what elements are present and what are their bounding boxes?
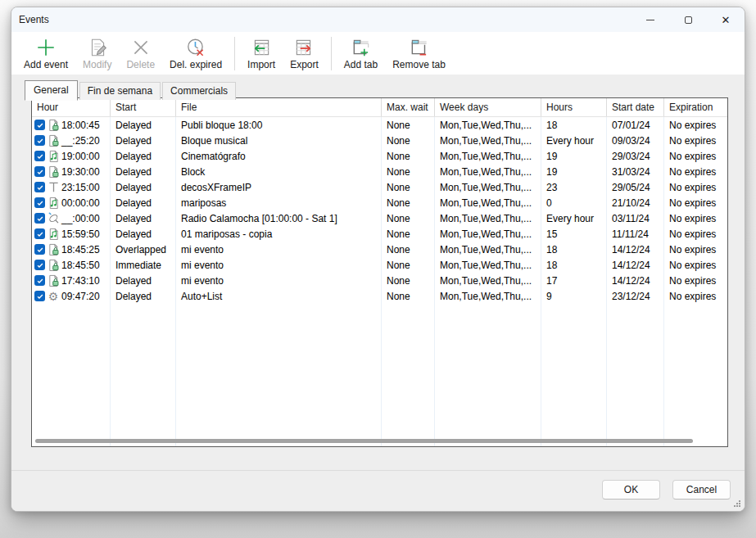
hours-value: 15	[541, 228, 607, 240]
events-table: Hour Start File Max. wait Week days Hour…	[31, 97, 728, 447]
table-row[interactable]: __:00:00 Delayed Radio Calamocha [01:00:…	[32, 210, 727, 226]
start-mode: Delayed	[111, 291, 176, 302]
row-checkbox[interactable]	[34, 260, 45, 270]
events-dialog: Events ✕ Add event Modify Delete	[11, 7, 745, 512]
table-row[interactable]: 18:00:45 Delayed Publi bloque 18:00 None…	[32, 117, 727, 133]
tab-commercials[interactable]: Commercials	[162, 82, 236, 100]
resize-grip[interactable]	[734, 500, 740, 507]
modify-button[interactable]: Modify	[75, 34, 119, 73]
column-header-expiration[interactable]: Expiration	[664, 98, 727, 116]
row-checkbox[interactable]	[34, 166, 45, 177]
add-event-button[interactable]: Add event	[16, 34, 75, 73]
delete-icon	[130, 37, 152, 58]
max-wait: None	[382, 291, 435, 302]
hour-value: 09:47:20	[61, 291, 100, 302]
max-wait: None	[382, 244, 435, 255]
column-header-start-date[interactable]: Start date	[607, 98, 664, 116]
week-days: Mon,Tue,Wed,Thu,...	[435, 151, 541, 162]
row-checkbox[interactable]	[34, 275, 45, 286]
table-row[interactable]: 19:00:00 Delayed Cinematógrafo None Mon,…	[32, 148, 727, 164]
expiration: No expires	[664, 260, 727, 271]
cancel-button[interactable]: Cancel	[672, 480, 731, 500]
start-mode: Delayed	[111, 120, 176, 131]
row-checkbox[interactable]	[34, 213, 45, 224]
remove-tab-icon	[409, 37, 430, 58]
start-date: 09/03/24	[607, 135, 664, 147]
expiration: No expires	[664, 182, 727, 193]
tab-general[interactable]: General	[25, 80, 78, 101]
add-tab-icon	[351, 37, 372, 58]
expiration: No expires	[664, 213, 727, 224]
hours-value: 17	[541, 275, 607, 287]
week-days: Mon,Tue,Wed,Thu,...	[435, 228, 541, 240]
column-header-max-wait[interactable]: Max. wait	[382, 98, 435, 116]
close-button[interactable]: ✕	[707, 7, 745, 32]
hour-value: 23:15:00	[61, 182, 100, 193]
start-date: 31/03/24	[607, 166, 664, 178]
table-row[interactable]: ⚙ 09:47:20 Delayed Auto+List None Mon,Tu…	[32, 288, 727, 304]
row-checkbox[interactable]	[34, 151, 45, 161]
file-name: mi evento	[176, 275, 382, 287]
music-file-icon	[47, 228, 60, 241]
start-date: 11/11/24	[607, 228, 664, 240]
column-header-file[interactable]: File	[176, 98, 382, 116]
import-button[interactable]: Import	[240, 34, 283, 73]
table-row[interactable]: __:25:20 Delayed Bloque musical None Mon…	[32, 133, 727, 148]
table-row[interactable]: 15:59:50 Delayed 01 mariposas - copia No…	[32, 226, 727, 242]
column-header-hours[interactable]: Hours	[541, 98, 607, 116]
row-checkbox[interactable]	[34, 182, 45, 192]
minimize-button[interactable]	[632, 7, 669, 32]
max-wait: None	[382, 182, 435, 193]
hours-value: 18	[541, 120, 607, 131]
remove-tab-button[interactable]: Remove tab	[385, 34, 453, 73]
scrollbar-thumb[interactable]	[35, 439, 693, 443]
week-days: Mon,Tue,Wed,Thu,...	[435, 291, 541, 302]
row-checkbox[interactable]	[34, 244, 45, 255]
horizontal-scrollbar[interactable]	[34, 438, 726, 445]
hour-value: __:25:20	[61, 135, 100, 147]
table-row[interactable]: 18:45:25 Overlapped mi evento None Mon,T…	[32, 242, 727, 257]
column-header-week-days[interactable]: Week days	[435, 98, 541, 116]
row-checkbox[interactable]	[34, 197, 45, 208]
export-button[interactable]: Export	[283, 34, 326, 73]
add-tab-button[interactable]: Add tab	[337, 34, 385, 73]
table-row[interactable]: 17:43:10 Delayed mi evento None Mon,Tue,…	[32, 273, 727, 288]
start-mode: Delayed	[111, 228, 176, 240]
row-checkbox[interactable]	[34, 228, 45, 239]
file-name: Publi bloque 18:00	[176, 120, 382, 131]
hours-value: 0	[541, 197, 607, 209]
delete-button[interactable]: Delete	[119, 34, 162, 73]
hours-value: 19	[541, 166, 607, 178]
file-name: 01 mariposas - copia	[176, 228, 382, 240]
ok-button[interactable]: OK	[602, 480, 660, 500]
file-name: mi evento	[176, 244, 382, 255]
table-row[interactable]: 18:45:50 Immediate mi evento None Mon,Tu…	[32, 257, 727, 273]
start-mode: Delayed	[111, 213, 176, 224]
max-wait: None	[382, 197, 435, 209]
t-marker-icon	[47, 181, 60, 194]
titlebar: Events ✕	[11, 7, 745, 32]
week-days: Mon,Tue,Wed,Thu,...	[435, 182, 541, 193]
delete-expired-button[interactable]: Del. expired	[162, 34, 229, 73]
start-mode: Delayed	[111, 197, 176, 209]
table-row[interactable]: 19:30:00 Delayed Block None Mon,Tue,Wed,…	[32, 164, 727, 179]
table-row[interactable]: 00:00:00 Delayed mariposas None Mon,Tue,…	[32, 195, 727, 210]
tab-fin-de-semana[interactable]: Fin de semana	[79, 82, 161, 100]
maximize-button[interactable]	[669, 7, 707, 32]
start-date: 03/11/24	[607, 213, 664, 224]
satellite-icon	[47, 212, 60, 225]
week-days: Mon,Tue,Wed,Thu,...	[435, 197, 541, 209]
hours-value: 9	[541, 291, 607, 302]
start-date: 14/12/24	[607, 260, 664, 271]
close-icon: ✕	[722, 15, 731, 25]
maximize-icon	[685, 16, 692, 24]
row-checkbox[interactable]	[34, 135, 45, 146]
table-body: 18:00:45 Delayed Publi bloque 18:00 None…	[32, 117, 727, 446]
table-row[interactable]: 23:15:00 Delayed decosXFrameIP None Mon,…	[32, 179, 727, 195]
week-days: Mon,Tue,Wed,Thu,...	[435, 166, 541, 178]
column-header-hour[interactable]: Hour	[32, 98, 111, 116]
column-header-start[interactable]: Start	[111, 98, 176, 116]
row-checkbox[interactable]	[34, 291, 45, 301]
row-checkbox[interactable]	[34, 120, 45, 130]
max-wait: None	[382, 260, 435, 271]
